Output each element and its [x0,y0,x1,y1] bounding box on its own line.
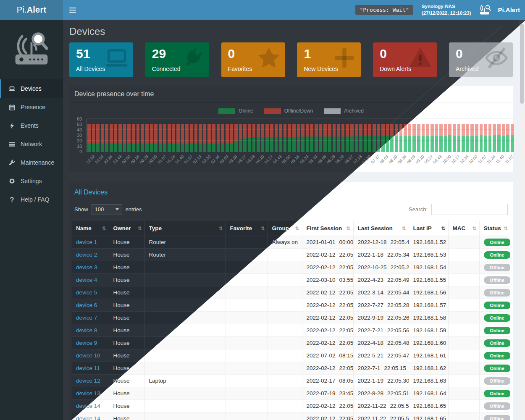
cell-last-ip: 192.168.1.60 [409,337,448,349]
cell-type [144,387,226,400]
cell-owner: House [109,387,144,400]
cell-name: device 7 [72,312,109,324]
online-segment [110,144,113,152]
sort-icon[interactable]: ⇅ [402,226,406,231]
sidebar-item-maintenance[interactable]: Maintenance [0,153,63,172]
legend-label: Offline/Down [284,108,313,114]
summary-card-all-devices[interactable]: 51All Devices [69,42,133,77]
device-link[interactable]: device 12 [76,378,100,384]
cell-type: Router [144,249,226,261]
column-header-favorite[interactable]: Favorite⇅ [226,221,268,236]
scrollbar-thumb[interactable] [520,24,524,104]
device-link[interactable]: device 3 [76,264,97,270]
device-link[interactable]: device 4 [76,277,97,283]
cell-last-ip: 192.168.1.56 [409,286,448,299]
device-link[interactable]: device 6 [76,302,97,308]
chart-title: Device presence over time [74,90,154,98]
online-segment [265,137,269,152]
chart-bar [127,124,131,152]
sort-icon[interactable]: ⇅ [137,226,142,231]
cell-status: Offline [479,400,510,412]
page-size-select[interactable]: 100 [92,204,122,215]
sort-icon[interactable]: ⇅ [102,226,106,231]
device-link[interactable]: device 11 [76,365,100,371]
sort-icon[interactable]: ⇅ [441,226,445,231]
sort-icon[interactable]: ⇅ [504,226,508,231]
offline-segment [412,124,416,136]
cell-last-session: 2022-7-122:05.15 [353,362,409,375]
sort-icon[interactable]: ⇅ [346,226,350,231]
column-header-type[interactable]: Type⇅ [144,221,226,236]
summary-card-down-alerts[interactable]: 0Down Alerts [373,42,437,77]
table-row[interactable]: device 11House2022-02-1222:052022-7-122:… [72,362,510,375]
column-header-owner[interactable]: Owner⇅ [109,221,144,236]
sidebar-item-network[interactable]: Network [0,135,63,153]
y-tick-label: 30 [69,133,82,138]
cell-last-ip: 192.168.1.65 [409,400,448,412]
summary-card-favorites[interactable]: 0Favorites [221,42,285,77]
device-link[interactable]: device 1 [76,239,97,245]
device-link[interactable]: device 8 [76,327,97,333]
sidebar-item-label: Devices [21,85,42,92]
session-date: 2022-07-02 [307,352,336,359]
sidebar-item-devices[interactable]: Devices [0,79,63,98]
sidebar-item-label: Events [21,122,39,129]
column-header-status[interactable]: Status⇅ [479,221,510,236]
summary-card-new-devices[interactable]: 1New Devices [297,42,361,77]
card-label: Down Alerts [380,66,411,72]
sidebar-item-label: Network [21,141,42,147]
table-row[interactable]: device 14House2022-02-1222:052022-11-222… [72,400,510,412]
sidebar-item-events[interactable]: Events [0,116,63,135]
online-segment [132,144,135,152]
summary-card-connected[interactable]: 29Connected [145,42,209,77]
sort-icon[interactable]: ⇅ [472,226,476,231]
cell-last-ip: 192.168.1.53 [409,249,448,261]
device-link[interactable]: device 9 [76,340,97,346]
table-row[interactable]: device 12HouseLaptop2022-02-1708:052022-… [72,375,510,387]
offline-segment [257,124,260,138]
page-length-control: Show 100 entries [74,204,142,215]
page-scrollbar[interactable] [519,20,525,420]
sort-icon[interactable]: ⇅ [260,226,265,231]
column-label: Owner [113,225,131,231]
brand-logo[interactable]: Pi.Alert [0,0,63,20]
column-header-name[interactable]: Name⇅ [72,221,109,236]
session-time: 22:05 [339,264,353,270]
x-tick: 02:46 [211,152,220,172]
column-header-first-session[interactable]: First Session⇅ [302,221,353,236]
sidebar-item-settings[interactable]: Settings [0,172,63,190]
online-segment [181,144,184,152]
hamburger-menu-icon[interactable] [63,0,82,20]
session-date: 2022-02-12 [307,264,336,270]
search-input[interactable] [431,204,508,215]
device-link[interactable]: device 13 [76,390,100,396]
chart-bar [408,124,412,152]
chart-bar [145,124,149,152]
sidebar-item-presence[interactable]: Presence [0,98,63,116]
cell-owner: House [109,274,144,286]
chart-bar [328,124,331,152]
column-header-last-ip[interactable]: Last IP⇅ [409,221,448,236]
x-tick-label: 01:57 [183,154,194,165]
online-segment [470,136,474,152]
status-badge: Offline [484,377,511,385]
online-segment [145,143,149,152]
session-time: 22:05.47 [387,352,409,359]
device-link[interactable]: device 7 [76,315,97,321]
sort-icon[interactable]: ⇅ [295,226,299,231]
device-link[interactable]: device 5 [76,289,97,296]
column-header-last-session[interactable]: Last Session⇅ [353,221,409,236]
session-time: 22:05.56 [387,327,409,333]
column-header-mac[interactable]: MAC⇅ [448,221,479,236]
table-row[interactable]: device 14House2022-02-1222:052022-11-222… [72,412,510,420]
status-badge: Online [484,339,511,347]
sort-icon[interactable]: ⇅ [218,226,223,231]
table-row[interactable]: device 13House2022-07-1923:452022-8-2822… [72,387,510,400]
cell-favorite [226,312,268,324]
device-link[interactable]: device 2 [76,252,97,258]
device-link[interactable]: device 14 [76,415,100,420]
chart-bar [141,124,144,152]
sidebar-item-help-faq[interactable]: Help / FAQ [0,190,63,209]
x-tick: 11:40 [496,152,504,172]
device-link[interactable]: device 10 [76,352,100,359]
